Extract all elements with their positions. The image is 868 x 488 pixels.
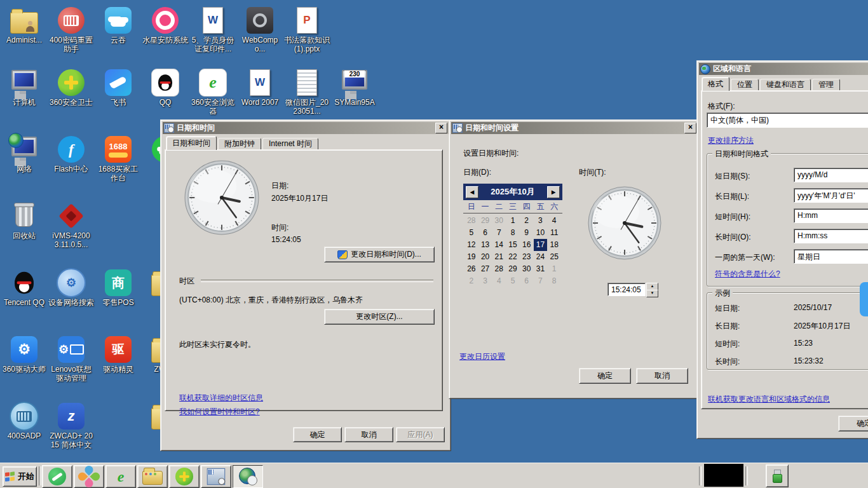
calendar-day[interactable]: 6 bbox=[520, 275, 534, 287]
calendar-day[interactable]: 6 bbox=[478, 227, 492, 239]
apply-button[interactable]: 应用(A) bbox=[396, 427, 445, 442]
calendar-day[interactable]: 29 bbox=[478, 215, 492, 227]
desktop-icon-calligraphy-pptx[interactable]: P书法落款知识(1).pptx bbox=[284, 5, 330, 53]
calendar-day[interactable]: 7 bbox=[492, 227, 506, 239]
short-date-input[interactable]: yyyy/M/d bbox=[794, 168, 868, 182]
calendar-day[interactable]: 1 bbox=[547, 263, 561, 275]
calendar-day[interactable]: 27 bbox=[478, 263, 492, 275]
desktop-icon-symain95a[interactable]: 230SYMain95A bbox=[332, 67, 377, 107]
usb-eject-button[interactable] bbox=[766, 464, 789, 487]
desktop-icon-wechat-image[interactable]: 微信图片_2023051... bbox=[284, 67, 330, 116]
calendar-day[interactable]: 29 bbox=[506, 263, 520, 275]
desktop-icon-word-2007[interactable]: WWord 2007 bbox=[237, 67, 283, 107]
calendar-day[interactable]: 24 bbox=[534, 251, 548, 263]
desktop-icon-360-browser[interactable]: e360安全浏览器 bbox=[190, 67, 236, 116]
desktop-icon-student-id-doc[interactable]: W5、学员身份证复印件... bbox=[190, 5, 236, 53]
desktop-icon-webcompo[interactable]: WebCompo... bbox=[237, 5, 283, 53]
close-icon[interactable]: × bbox=[435, 123, 447, 133]
quicklaunch-360-browser-button[interactable]: e bbox=[105, 465, 136, 488]
calendar-day[interactable]: 30 bbox=[520, 263, 534, 275]
calendar-next-button[interactable]: ▶ bbox=[547, 186, 560, 198]
calendar-day[interactable]: 26 bbox=[465, 263, 478, 275]
desktop-icon-zwcad-2015[interactable]: zZWCAD+ 2015 简体中文 bbox=[48, 401, 94, 449]
calendar-day[interactable]: 22 bbox=[506, 251, 520, 263]
change-calendar-settings-link[interactable]: 更改日历设置 bbox=[459, 351, 505, 362]
ok-button[interactable]: 确定 bbox=[579, 368, 631, 384]
ok-button[interactable]: 确定 bbox=[293, 427, 342, 442]
change-sort-link[interactable]: 更改排序方法 bbox=[708, 135, 754, 146]
desktop-icon-mercury-security[interactable]: 水星安防系统 bbox=[142, 5, 188, 44]
desktop-icon-360-driver-master[interactable]: ⚙360驱动大师 bbox=[1, 334, 47, 374]
tab-location[interactable]: 位置 bbox=[731, 79, 759, 90]
calendar-day[interactable]: 17 bbox=[534, 239, 548, 251]
quicklaunch-pinwheel-button[interactable] bbox=[74, 465, 104, 488]
online-info-link[interactable]: 联机获取更改语言和区域格式的信息 bbox=[708, 394, 830, 405]
long-date-input[interactable]: yyyy'年'M'月'd'日' bbox=[794, 188, 868, 203]
desktop-icon-400sadp[interactable]: 400SADP bbox=[1, 401, 47, 440]
desktop-icon-qq[interactable]: QQ bbox=[142, 67, 188, 107]
desktop-icon-administrator[interactable]: Administ... bbox=[1, 5, 47, 44]
symbols-meaning-link[interactable]: 符号的含意是什么? bbox=[715, 269, 780, 280]
calendar-day[interactable]: 5 bbox=[465, 227, 478, 239]
calendar-day[interactable]: 1 bbox=[506, 215, 520, 227]
desktop-icon-device-search[interactable]: ⚙设备网络搜索 bbox=[48, 268, 94, 307]
desktop-icon-400-password-reset[interactable]: 400密码重置助手 bbox=[48, 5, 94, 53]
timezone-info-link[interactable]: 联机获取详细的时区信息 bbox=[179, 393, 263, 403]
desktop-icon-yuntun[interactable]: 云吞 bbox=[95, 5, 141, 44]
cancel-button[interactable]: 取消 bbox=[636, 368, 688, 384]
desktop-icon-lenovo-driver[interactable]: ⚙Lenovo联想驱动管理 bbox=[48, 334, 94, 383]
time-spinner[interactable]: 15:24:05 bbox=[607, 283, 646, 296]
long-time-input[interactable]: H:mm:ss bbox=[794, 229, 868, 243]
format-combobox[interactable]: 中文(简体，中国) bbox=[707, 112, 868, 128]
tab-datetime[interactable]: 日期和时间 bbox=[166, 136, 217, 150]
calendar-day[interactable]: 4 bbox=[492, 275, 506, 287]
calendar-prev-button[interactable]: ◀ bbox=[466, 186, 478, 198]
quicklaunch-360-safeguard-button[interactable] bbox=[169, 465, 200, 488]
tab-additional-clocks[interactable]: 附加时钟 bbox=[218, 138, 261, 149]
tab-administrative[interactable]: 管理 bbox=[812, 79, 840, 90]
desktop-icon-network[interactable]: 网络 bbox=[1, 134, 47, 173]
calendar-day[interactable]: 28 bbox=[492, 263, 506, 275]
calendar-day[interactable]: 14 bbox=[492, 239, 506, 251]
desktop-icon-ivms-4200[interactable]: iVMS-4200 3.11.0.5... bbox=[48, 201, 94, 249]
calendar-day[interactable]: 10 bbox=[534, 227, 548, 239]
first-day-combobox[interactable]: 星期日 bbox=[794, 249, 868, 264]
tab-keyboards-languages[interactable]: 键盘和语言 bbox=[760, 79, 811, 90]
calendar-day[interactable]: 13 bbox=[478, 239, 492, 251]
quicklaunch-datetime-button[interactable] bbox=[201, 465, 231, 488]
quicklaunch-green-app-button[interactable] bbox=[42, 465, 72, 488]
ok-button[interactable]: 确定 bbox=[838, 416, 868, 431]
desktop-icon-feishu[interactable]: 飞书 bbox=[95, 67, 141, 107]
calendar-day[interactable]: 9 bbox=[520, 227, 534, 239]
close-icon[interactable]: × bbox=[684, 123, 696, 133]
change-timezone-button[interactable]: 更改时区(Z)... bbox=[324, 309, 435, 325]
calendar-day[interactable]: 25 bbox=[547, 251, 561, 263]
change-datetime-button[interactable]: 更改日期和时间(D)... bbox=[324, 247, 435, 262]
calendar-day[interactable]: 11 bbox=[547, 227, 561, 239]
desktop-icon-1688-workbench[interactable]: 16881688买家工作台 bbox=[95, 134, 141, 182]
calendar-day[interactable]: 31 bbox=[534, 263, 548, 275]
calendar-day[interactable]: 7 bbox=[534, 275, 548, 287]
calendar-day[interactable]: 12 bbox=[465, 239, 478, 251]
desktop-icon-recycle-bin[interactable]: 回收站 bbox=[1, 201, 47, 240]
calendar-day[interactable]: 2 bbox=[465, 275, 478, 287]
calendar-day[interactable]: 20 bbox=[478, 251, 492, 263]
calendar-day[interactable]: 23 bbox=[520, 251, 534, 263]
desktop-icon-flash-center[interactable]: fFlash中心 bbox=[48, 134, 94, 173]
time-spinner-down[interactable]: ▼ bbox=[646, 290, 658, 297]
calendar-day[interactable]: 4 bbox=[547, 215, 561, 227]
calendar-day[interactable]: 2 bbox=[520, 215, 534, 227]
calendar-day[interactable]: 30 bbox=[492, 215, 506, 227]
calendar-day[interactable]: 8 bbox=[547, 275, 561, 287]
how-to-set-clock-link[interactable]: 我如何设置时钟和时区? bbox=[179, 407, 260, 417]
quicklaunch-file-manager-button[interactable] bbox=[137, 465, 168, 488]
quicklaunch-region-button[interactable] bbox=[233, 465, 263, 488]
calendar-day[interactable]: 28 bbox=[465, 215, 478, 227]
calendar-day[interactable]: 15 bbox=[506, 239, 520, 251]
black-window-thumbnail[interactable] bbox=[704, 464, 743, 487]
cancel-button[interactable]: 取消 bbox=[344, 427, 393, 442]
calendar-day[interactable]: 16 bbox=[520, 239, 534, 251]
calendar-day[interactable]: 8 bbox=[506, 227, 520, 239]
calendar-day[interactable]: 3 bbox=[534, 215, 548, 227]
desktop-icon-tencent-qq[interactable]: Tencent QQ bbox=[1, 268, 47, 307]
